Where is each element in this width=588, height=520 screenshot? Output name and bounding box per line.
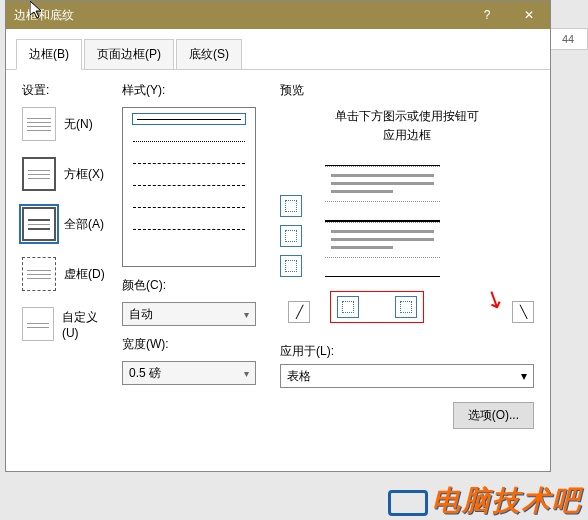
border-top-button[interactable] bbox=[280, 195, 302, 217]
preview-sample[interactable] bbox=[325, 165, 440, 285]
preview-hint: 单击下方图示或使用按钮可应用边框 bbox=[280, 107, 534, 145]
chevron-down-icon: ▾ bbox=[521, 369, 527, 383]
setting-box-label: 方框(X) bbox=[64, 166, 104, 183]
border-right-button[interactable] bbox=[395, 296, 417, 318]
width-combo[interactable]: 0.5 磅 ▾ bbox=[122, 361, 256, 385]
settings-label: 设置: bbox=[22, 82, 110, 99]
setting-shadow-label: 虚框(D) bbox=[64, 266, 105, 283]
apply-to-combo[interactable]: 表格 ▾ bbox=[280, 364, 534, 388]
window-title: 边框和底纹 bbox=[14, 7, 466, 24]
all-icon bbox=[22, 207, 56, 241]
close-button[interactable]: ✕ bbox=[508, 1, 550, 29]
color-combo[interactable]: 自动 ▾ bbox=[122, 302, 256, 326]
side-border-buttons bbox=[280, 195, 302, 277]
tab-shading[interactable]: 底纹(S) bbox=[176, 39, 242, 69]
setting-all[interactable]: 全部(A) bbox=[22, 207, 110, 241]
preview-column: 预览 单击下方图示或使用按钮可应用边框 ╱ ╲ bbox=[264, 78, 542, 433]
setting-shadow[interactable]: 虚框(D) bbox=[22, 257, 110, 291]
style-solid[interactable] bbox=[133, 114, 245, 124]
color-label: 颜色(C): bbox=[122, 277, 256, 294]
setting-none[interactable]: 无(N) bbox=[22, 107, 110, 141]
watermark: 电脑技术吧 bbox=[388, 482, 582, 520]
box-icon bbox=[22, 157, 56, 191]
border-bottom-button[interactable] bbox=[280, 255, 302, 277]
tab-border[interactable]: 边框(B) bbox=[16, 39, 82, 70]
style-column: 样式(Y): 颜色(C): 自动 ▾ 宽度(W): 0.5 磅 bbox=[114, 78, 264, 433]
setting-custom[interactable]: 自定义(U) bbox=[22, 307, 110, 341]
preview-label: 预览 bbox=[280, 82, 534, 99]
style-listbox[interactable] bbox=[122, 107, 256, 267]
chevron-down-icon: ▾ bbox=[244, 309, 249, 320]
tab-bar: 边框(B) 页面边框(P) 底纹(S) bbox=[6, 29, 550, 70]
setting-box[interactable]: 方框(X) bbox=[22, 157, 110, 191]
tab-page-border[interactable]: 页面边框(P) bbox=[84, 39, 174, 69]
cursor-icon bbox=[30, 1, 46, 21]
width-label: 宽度(W): bbox=[122, 336, 256, 353]
title-bar: 边框和底纹 ? ✕ bbox=[6, 1, 550, 29]
style-label: 样式(Y): bbox=[122, 82, 256, 99]
side-page-number: 44 bbox=[548, 28, 588, 50]
help-button[interactable]: ? bbox=[466, 1, 508, 29]
annotation-arrow: ↘ bbox=[479, 282, 509, 316]
setting-custom-label: 自定义(U) bbox=[62, 309, 110, 340]
options-button[interactable]: 选项(O)... bbox=[453, 402, 534, 429]
color-value: 自动 bbox=[129, 306, 153, 323]
apply-to-label: 应用于(L): bbox=[280, 343, 534, 360]
none-icon bbox=[22, 107, 56, 141]
border-diag1-button[interactable]: ╱ bbox=[288, 301, 310, 323]
width-value: 0.5 磅 bbox=[129, 365, 161, 382]
style-dashed2[interactable] bbox=[133, 180, 245, 190]
setting-all-label: 全部(A) bbox=[64, 216, 104, 233]
dialog-body: 设置: 无(N) 方框(X) 全部(A) 虚框(D) 自定义(U) bbox=[6, 70, 550, 441]
preview-area: ╱ ╲ ↘ bbox=[280, 165, 534, 315]
border-diag2-button[interactable]: ╲ bbox=[512, 301, 534, 323]
apply-to-value: 表格 bbox=[287, 368, 311, 385]
border-mid-button[interactable] bbox=[280, 225, 302, 247]
watermark-icon bbox=[388, 490, 428, 516]
custom-icon bbox=[22, 307, 54, 341]
setting-none-label: 无(N) bbox=[64, 116, 93, 133]
style-dotted[interactable] bbox=[133, 136, 245, 146]
style-dashed3[interactable] bbox=[133, 202, 245, 212]
shadow-icon bbox=[22, 257, 56, 291]
chevron-down-icon: ▾ bbox=[244, 368, 249, 379]
style-dashed1[interactable] bbox=[133, 158, 245, 168]
style-dashed4[interactable] bbox=[133, 224, 245, 234]
settings-column: 设置: 无(N) 方框(X) 全部(A) 虚框(D) 自定义(U) bbox=[14, 78, 114, 433]
border-left-button[interactable] bbox=[337, 296, 359, 318]
dialog-window: 边框和底纹 ? ✕ 边框(B) 页面边框(P) 底纹(S) 设置: 无(N) 方… bbox=[5, 0, 551, 472]
bottom-border-buttons-highlight bbox=[330, 291, 424, 323]
